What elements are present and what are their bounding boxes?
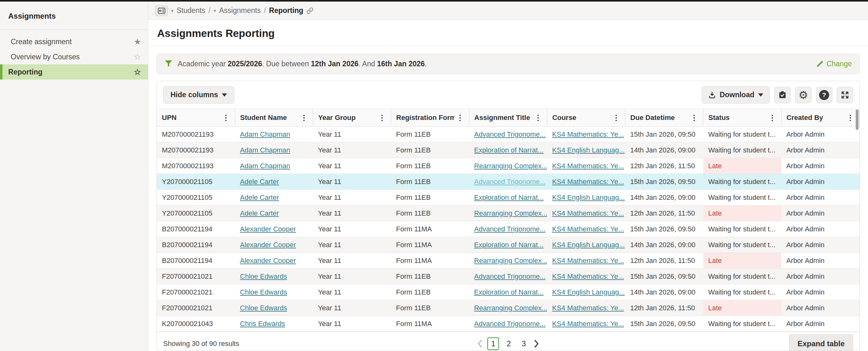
expand-table-button[interactable]: Expand table	[789, 334, 853, 351]
filter-label: . Due between	[262, 60, 311, 68]
star-icon[interactable]: ★	[134, 38, 141, 46]
cell-upn: Y207000021105	[157, 174, 235, 190]
column-menu-icon[interactable]: ⋮	[455, 113, 466, 122]
page-button-3[interactable]: 3	[519, 338, 529, 349]
sidebar-item-create-assignment[interactable]: Create assignment★	[0, 34, 148, 49]
star-icon[interactable]: ☆	[134, 68, 141, 76]
student-link[interactable]: Chloe Edwards	[240, 288, 287, 296]
student-link[interactable]: Adele Carter	[240, 193, 279, 201]
download-button[interactable]: Download	[702, 86, 770, 103]
chevron-left-icon[interactable]	[477, 340, 483, 348]
table-row: B207000021194Alexander CooperYear 11Form…	[157, 253, 860, 268]
course-link[interactable]: KS4 Mathematics: Ye...	[552, 130, 624, 138]
cell-upn: B207000021194	[157, 237, 235, 253]
star-icon[interactable]: ☆	[134, 53, 141, 61]
course-link[interactable]: KS4 Mathematics: Ye...	[552, 273, 624, 280]
sidebar-item-label: Overview by Courses	[11, 53, 80, 61]
hide-columns-label: Hide columns	[170, 91, 218, 99]
assignment-link[interactable]: Advanced Trigonome...	[474, 273, 546, 280]
column-menu-icon[interactable]: ⋮	[220, 113, 232, 122]
cell-year-group: Year 11	[313, 174, 391, 190]
filter-value: 12th Jan 2026	[311, 60, 359, 68]
assignment-link[interactable]: Exploration of Narrat...	[474, 288, 544, 296]
student-link[interactable]: Alexander Cooper	[240, 225, 296, 233]
cell-status: Waiting for student t...	[703, 190, 781, 205]
course-link[interactable]: KS4 Mathematics: Ye...	[552, 178, 624, 186]
cell-course: KS4 Mathematics: Ye...	[547, 221, 625, 237]
hide-columns-button[interactable]: Hide columns	[163, 86, 234, 103]
course-link[interactable]: KS4 English Languag...	[552, 241, 625, 249]
student-link[interactable]: Adele Carter	[240, 209, 279, 217]
student-link[interactable]: Adam Chapman	[240, 162, 290, 170]
page-button-2[interactable]: 2	[503, 338, 514, 349]
assignment-link[interactable]: Advanced Trigonome...	[474, 225, 546, 233]
course-link[interactable]: KS4 Mathematics: Ye...	[552, 304, 624, 312]
chevron-right-icon[interactable]	[533, 340, 539, 348]
student-link[interactable]: Chris Edwards	[240, 320, 285, 328]
student-link[interactable]: Alexander Cooper	[240, 257, 296, 264]
cell-upn: B207000021194	[157, 253, 235, 268]
bulk-actions-button[interactable]	[774, 87, 791, 103]
column-menu-icon[interactable]: ⋮	[767, 113, 778, 122]
course-link[interactable]: KS4 Mathematics: Ye...	[552, 257, 624, 264]
column-menu-icon[interactable]: ⋮	[376, 113, 388, 122]
assignment-link[interactable]: Rearranging Complex...	[474, 257, 547, 264]
cell-course: KS4 English Languag...	[547, 190, 625, 205]
page-button-1[interactable]: 1	[487, 338, 499, 350]
cell-created-by: Arbor Admin	[781, 316, 859, 332]
breadcrumb-item-assignments[interactable]: Assignments	[219, 6, 261, 15]
course-link[interactable]: KS4 English Languag...	[552, 288, 625, 296]
assignment-link[interactable]: Rearranging Complex...	[474, 209, 547, 217]
scrollbar-thumb[interactable]	[856, 109, 859, 130]
course-link[interactable]: KS4 Mathematics: Ye...	[552, 225, 624, 233]
assignment-link[interactable]: Exploration of Narrat...	[474, 193, 544, 201]
cell-assignment-title: Rearranging Complex...	[469, 300, 547, 316]
fullscreen-button[interactable]	[837, 87, 853, 103]
collapse-sidebar-icon	[158, 7, 165, 14]
link-icon[interactable]	[307, 7, 313, 14]
student-link[interactable]: Adam Chapman	[240, 130, 290, 138]
column-menu-icon[interactable]: ⋮	[298, 113, 310, 122]
student-link[interactable]: Adele Carter	[240, 178, 279, 186]
caret-down-icon[interactable]: ▾	[171, 8, 174, 13]
course-link[interactable]: KS4 English Languag...	[552, 146, 625, 154]
sidebar-item-reporting[interactable]: Reporting☆	[0, 64, 148, 79]
assignment-link[interactable]: Advanced Trigonome...	[474, 320, 546, 328]
assignment-link[interactable]: Exploration of Narrat...	[474, 146, 544, 154]
cell-created-by: Arbor Admin	[781, 221, 859, 237]
student-link[interactable]: Chloe Edwards	[240, 304, 287, 312]
course-link[interactable]: KS4 English Languag...	[552, 193, 625, 201]
table-scrollbar[interactable]	[856, 109, 859, 327]
assignment-link[interactable]: Rearranging Complex...	[474, 162, 547, 170]
collapse-sidebar-button[interactable]	[155, 5, 168, 16]
sidebar: Assignments Create assignment★Overview b…	[0, 2, 148, 351]
caret-down-icon[interactable]: ▾	[214, 8, 216, 13]
course-link[interactable]: KS4 Mathematics: Ye...	[552, 162, 624, 170]
help-button[interactable]: ?	[816, 87, 832, 103]
assignment-link[interactable]: Advanced Trigonome...	[474, 178, 546, 186]
student-link[interactable]: Adam Chapman	[240, 146, 290, 154]
sidebar-item-overview-by-courses[interactable]: Overview by Courses☆	[0, 49, 148, 64]
course-link[interactable]: KS4 Mathematics: Ye...	[552, 320, 624, 328]
clipboard-check-icon	[778, 90, 787, 100]
column-menu-icon[interactable]: ⋮	[611, 113, 622, 122]
cell-upn: B207000021194	[157, 221, 235, 237]
assignment-link[interactable]: Rearranging Complex...	[474, 304, 547, 312]
assignment-link[interactable]: Exploration of Narrat...	[474, 241, 544, 249]
student-link[interactable]: Alexander Cooper	[240, 241, 296, 249]
column-menu-icon[interactable]: ⋮	[688, 113, 700, 122]
assignment-link[interactable]: Advanced Trigonome...	[474, 130, 546, 138]
change-filter-link[interactable]: Change	[816, 60, 852, 68]
column-menu-icon[interactable]: ⋮	[845, 113, 856, 122]
column-menu-icon[interactable]: ⋮	[532, 113, 544, 122]
cell-registration-form: Form 11EB	[391, 142, 469, 158]
column-header-student-name: Student Name⋮	[235, 109, 313, 127]
table-row: B207000021194Alexander CooperYear 11Form…	[157, 237, 860, 253]
filter-label: . And	[359, 60, 377, 68]
breadcrumb-item-reporting[interactable]: Reporting	[269, 6, 303, 15]
settings-button[interactable]: ⚙	[795, 87, 811, 103]
student-link[interactable]: Chloe Edwards	[240, 273, 287, 280]
course-link[interactable]: KS4 Mathematics: Ye...	[552, 209, 624, 217]
cell-assignment-title: Rearranging Complex...	[469, 205, 547, 221]
breadcrumb-item-students[interactable]: Students	[177, 6, 206, 15]
